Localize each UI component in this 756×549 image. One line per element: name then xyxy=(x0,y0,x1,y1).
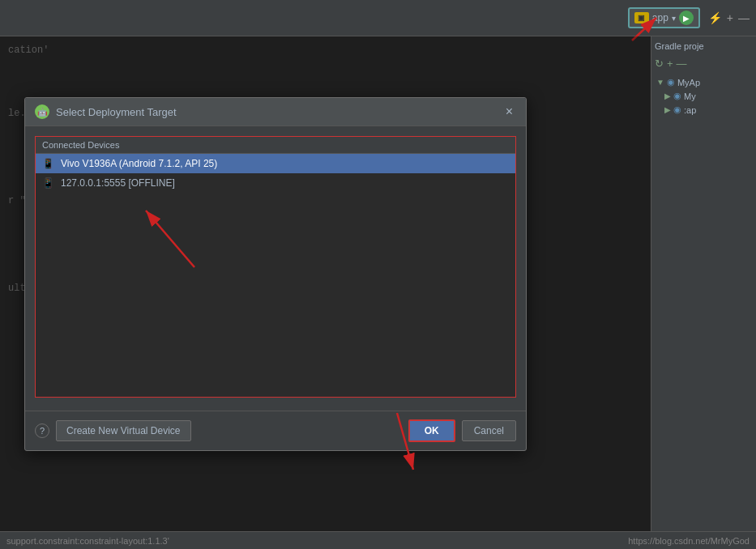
tree-child-item-2[interactable]: ▶ ◉ :ap xyxy=(655,104,753,116)
dialog-title-left: 🤖 Select Deployment Target xyxy=(35,104,177,119)
tree-module-icon: ◉ xyxy=(667,77,675,87)
minus-icon[interactable]: — xyxy=(738,11,750,24)
tree-root-label: MyAp xyxy=(677,78,700,87)
tree-child-icon-1: ◉ xyxy=(673,91,681,101)
cancel-button[interactable]: Cancel xyxy=(462,420,516,441)
connected-devices-box: Connected Devices 📱 Vivo V1936A (Android… xyxy=(35,136,516,398)
tree-expand-icon: ▼ xyxy=(656,78,664,87)
phone-icon-vivo: 📱 xyxy=(42,158,54,169)
tree-root-item[interactable]: ▼ ◉ MyAp xyxy=(655,76,753,88)
dialog-titlebar: 🤖 Select Deployment Target × xyxy=(25,98,526,126)
tree-child-item-1[interactable]: ▶ ◉ My xyxy=(655,90,753,102)
footer-left: ? Create New Virtual Device xyxy=(35,420,191,441)
tree-child-icon-2: ◉ xyxy=(673,104,681,115)
status-bar-left-text: support.constraint:constraint-layout:1.1… xyxy=(6,536,169,546)
dialog-action-buttons: OK Cancel xyxy=(408,419,516,442)
device-name-vivo: Vivo V1936A (Android 7.1.2, API 25) xyxy=(61,158,217,169)
refresh-icon[interactable]: ↻ xyxy=(655,57,664,70)
device-item-vivo[interactable]: 📱 Vivo V1936A (Android 7.1.2, API 25) xyxy=(36,154,515,173)
add-icon[interactable]: + xyxy=(727,11,733,24)
status-bar: support.constraint:constraint-layout:1.1… xyxy=(0,531,756,549)
help-icon[interactable]: ? xyxy=(35,423,49,438)
select-deployment-dialog: 🤖 Select Deployment Target × Connected D… xyxy=(24,97,527,451)
create-virtual-device-button[interactable]: Create New Virtual Device xyxy=(56,420,191,441)
tree-child-arrow-2: ▶ xyxy=(664,105,671,114)
run-button[interactable]: ▶ xyxy=(679,11,694,25)
phone-icon-offline: 📱 xyxy=(42,177,54,189)
dialog-body: Connected Devices 📱 Vivo V1936A (Android… xyxy=(25,126,526,411)
link-icon[interactable]: — xyxy=(677,57,687,70)
dialog-footer: ? Create New Virtual Device OK Cancel xyxy=(25,411,526,450)
right-panel: Gradle proje ↻ + — ▼ ◉ MyAp ▶ ◉ My ▶ ◉ :… xyxy=(651,36,756,549)
device-list: 📱 Vivo V1936A (Android 7.1.2, API 25) 📱 … xyxy=(36,154,515,397)
gradle-panel-title: Gradle proje xyxy=(655,41,753,51)
device-name-offline: 127.0.0.1:5555 [OFFLINE] xyxy=(61,177,175,189)
connected-devices-header: Connected Devices xyxy=(36,137,515,154)
tree-child-arrow-1: ▶ xyxy=(664,92,671,100)
top-toolbar: ▣ app ▾ ▶ ⚡ + — xyxy=(0,0,756,36)
tree-child-label-2: :ap xyxy=(684,105,696,115)
toolbar-icons-group: ⚡ + — xyxy=(708,11,750,24)
android-logo-icon: 🤖 xyxy=(35,104,49,119)
dropdown-arrow-icon: ▾ xyxy=(672,14,676,23)
app-run-group[interactable]: ▣ app ▾ ▶ xyxy=(628,7,700,28)
dialog-title-text: Select Deployment Target xyxy=(56,106,177,118)
app-module-icon: ▣ xyxy=(634,12,649,23)
ok-button[interactable]: OK xyxy=(408,419,455,442)
dialog-close-button[interactable]: × xyxy=(502,105,516,118)
tree-child-label-1: My xyxy=(684,92,696,101)
sync-icon[interactable]: ⚡ xyxy=(708,11,722,24)
app-module-label: app xyxy=(652,12,668,23)
panel-action-icons: ↻ + — xyxy=(655,57,753,70)
plus-icon[interactable]: + xyxy=(667,57,673,70)
device-item-offline[interactable]: 📱 127.0.0.1:5555 [OFFLINE] xyxy=(36,173,515,193)
status-bar-right-url: https://blog.csdn.net/MrMyGod xyxy=(628,536,750,546)
